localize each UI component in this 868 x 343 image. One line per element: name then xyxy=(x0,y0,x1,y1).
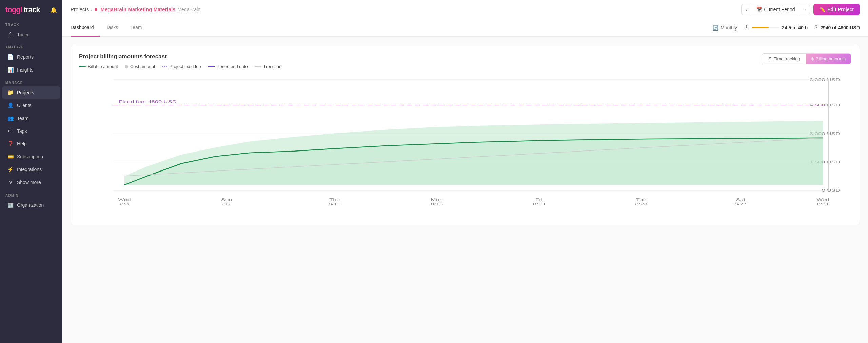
sub-header: Dashboard Tasks Team 🔄 Monthly ⏱ 24.5 of… xyxy=(62,19,868,37)
monthly-selector[interactable]: 🔄 Monthly xyxy=(713,25,737,31)
sidebar-item-timer[interactable]: ⏱ Timer xyxy=(2,28,60,40)
legend-period-end-icon xyxy=(208,66,215,67)
chart-container: 6,000 USD 4,500 USD 3,000 USD 1,500 USD … xyxy=(79,75,851,217)
svg-text:8/19: 8/19 xyxy=(533,202,545,206)
period-next-button[interactable]: › xyxy=(800,4,810,15)
calendar-icon: 📅 xyxy=(756,7,762,12)
organization-label: Organization xyxy=(17,202,44,208)
svg-text:Sun: Sun xyxy=(221,197,232,202)
svg-text:Mon: Mon xyxy=(431,197,443,202)
breadcrumb-dot xyxy=(95,8,97,11)
help-icon: ❓ xyxy=(7,141,14,147)
svg-text:8/3: 8/3 xyxy=(120,202,129,206)
legend-fixed-fee: Project fixed fee xyxy=(162,64,201,69)
svg-text:Tue: Tue xyxy=(636,197,647,202)
legend-billable: Billable amount xyxy=(79,64,118,69)
timer-icon: ⏱ xyxy=(7,32,14,37)
svg-text:Wed: Wed xyxy=(118,197,131,202)
legend-trendline-label: Trendline xyxy=(263,64,282,69)
billing-amounts-toggle[interactable]: $ Billing amounts xyxy=(806,54,851,64)
tags-icon: 🏷 xyxy=(7,128,14,134)
time-tracking-toggle[interactable]: ⏱ Time tracking xyxy=(762,54,806,64)
edit-icon: ✏️ xyxy=(820,7,825,12)
monthly-label-text: Monthly xyxy=(721,25,737,31)
chart-legend: Billable amount Cost amount Project fixe… xyxy=(79,64,281,69)
tab-dashboard[interactable]: Dashboard xyxy=(71,19,100,37)
breadcrumb-current[interactable]: MegaBrain Marketing Materials xyxy=(101,6,176,12)
sidebar-item-projects[interactable]: 📁 Projects xyxy=(2,86,60,99)
period-prev-button[interactable]: ‹ xyxy=(742,4,751,15)
time-tracking-label: Time tracking xyxy=(774,56,800,61)
clients-icon: 👤 xyxy=(7,102,14,108)
main-content: Projects › MegaBrain Marketing Materials… xyxy=(62,0,868,343)
legend-fixed-fee-icon xyxy=(162,66,167,67)
billing-stat: $ 2940 of 4800 USD xyxy=(814,25,860,31)
tab-team-label: Team xyxy=(130,25,142,30)
period-label: 📅 Current Period xyxy=(751,4,800,15)
team-icon: 👥 xyxy=(7,115,14,121)
edit-project-label: Edit Project xyxy=(827,7,854,12)
integrations-label: Integrations xyxy=(17,167,42,172)
organization-icon: 🏢 xyxy=(7,202,14,208)
billing-stat-value: 2940 of 4800 USD xyxy=(820,25,860,31)
sidebar-item-tags[interactable]: 🏷 Tags xyxy=(2,125,60,137)
legend-period-end-label: Period end date xyxy=(217,64,248,69)
edit-project-button[interactable]: ✏️ Edit Project xyxy=(813,4,860,15)
notifications-icon[interactable]: 🔔 xyxy=(50,7,57,13)
track-section-label: TRACK xyxy=(0,18,62,28)
chart-section: Project billing amounts forecast Billabl… xyxy=(71,45,860,225)
legend-billable-icon xyxy=(79,66,86,67)
header-controls: ‹ 📅 Current Period › ✏️ Edit Project xyxy=(741,4,860,15)
show-more-label: Show more xyxy=(17,180,41,185)
projects-icon: 📁 xyxy=(7,89,14,96)
legend-cost: Cost amount xyxy=(125,64,155,69)
chart-title: Project billing amounts forecast xyxy=(79,53,281,60)
svg-text:Fixed fee: 4800 USD: Fixed fee: 4800 USD xyxy=(119,99,177,104)
svg-text:8/11: 8/11 xyxy=(329,202,341,206)
legend-period-end: Period end date xyxy=(208,64,248,69)
legend-billable-label: Billable amount xyxy=(88,64,118,69)
sidebar-item-help[interactable]: ❓ Help xyxy=(2,138,60,150)
sidebar-item-integrations[interactable]: ⚡ Integrations xyxy=(2,163,60,176)
billing-chart: 6,000 USD 4,500 USD 3,000 USD 1,500 USD … xyxy=(79,75,851,217)
logo: toggl track xyxy=(5,5,40,14)
svg-text:8/23: 8/23 xyxy=(635,202,647,206)
billing-amounts-label: Billing amounts xyxy=(816,56,846,61)
sidebar: toggl track 🔔 TRACK ⏱ Timer ANALYZE 📄 Re… xyxy=(0,0,62,343)
legend-trendline: Trendline xyxy=(255,64,282,69)
tab-dashboard-label: Dashboard xyxy=(71,25,94,30)
svg-text:Fri: Fri xyxy=(535,197,542,202)
refresh-icon: 🔄 xyxy=(713,25,718,31)
sidebar-item-reports[interactable]: 📄 Reports xyxy=(2,51,60,63)
sidebar-item-show-more[interactable]: ∨ Show more xyxy=(2,176,60,188)
legend-cost-icon xyxy=(125,65,128,68)
tab-team[interactable]: Team xyxy=(124,19,148,37)
sidebar-item-clients[interactable]: 👤 Clients xyxy=(2,99,60,112)
period-text: Current Period xyxy=(764,7,795,12)
chart-header-left: Project billing amounts forecast Billabl… xyxy=(79,53,281,69)
manage-section-label: MANAGE xyxy=(0,76,62,86)
clock-icon: ⏱ xyxy=(744,25,749,31)
svg-text:Sat: Sat xyxy=(736,197,746,202)
insights-icon: 📊 xyxy=(7,67,14,73)
sidebar-item-organization[interactable]: 🏢 Organization xyxy=(2,199,60,211)
time-stat-value: 24.5 of 40 h xyxy=(782,25,808,31)
chart-header: Project billing amounts forecast Billabl… xyxy=(79,53,851,69)
sidebar-logo: toggl track 🔔 xyxy=(0,0,62,18)
tab-tasks[interactable]: Tasks xyxy=(100,19,124,37)
content-area: Project billing amounts forecast Billabl… xyxy=(62,37,868,343)
sidebar-item-insights[interactable]: 📊 Insights xyxy=(2,64,60,76)
clients-label: Clients xyxy=(17,103,32,108)
sub-header-stats: 🔄 Monthly ⏱ 24.5 of 40 h $ 2940 of 4800 … xyxy=(713,25,860,31)
help-label: Help xyxy=(17,141,27,146)
insights-label: Insights xyxy=(17,67,33,73)
svg-text:8/7: 8/7 xyxy=(222,202,231,206)
clock-small-icon: ⏱ xyxy=(767,56,772,61)
tags-label: Tags xyxy=(17,128,27,134)
sidebar-item-team[interactable]: 👥 Team xyxy=(2,112,60,124)
time-progress-fill xyxy=(752,27,769,28)
integrations-icon: ⚡ xyxy=(7,166,14,173)
sidebar-item-subscription[interactable]: 💳 Subscription xyxy=(2,150,60,163)
tab-tasks-label: Tasks xyxy=(106,25,118,30)
svg-text:8/31: 8/31 xyxy=(817,202,829,206)
